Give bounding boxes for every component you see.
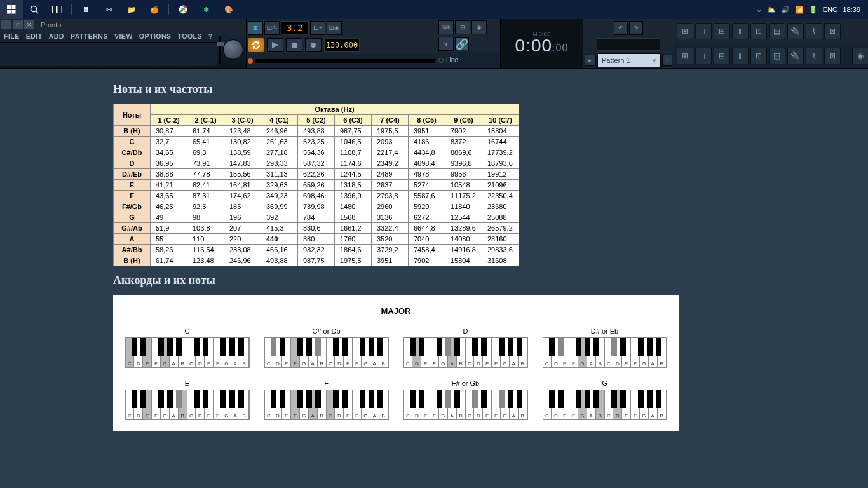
- song-mode-toggle[interactable]: ▸: [585, 55, 596, 66]
- chord-section-title: MAJOR: [125, 306, 667, 316]
- paint-icon[interactable]: 🎨: [217, 0, 240, 19]
- svg-marker-10: [272, 42, 278, 48]
- mixer-button[interactable]: ⫿: [732, 23, 749, 39]
- snap-button[interactable]: ↯: [438, 37, 454, 51]
- chrome-icon[interactable]: [172, 0, 194, 19]
- chord-label: C# or Db: [312, 327, 340, 335]
- rec-settings-button[interactable]: ◉: [852, 48, 868, 64]
- pianoroll-button[interactable]: ⊟: [714, 23, 730, 39]
- pattern-display[interactable]: 3.2: [281, 21, 309, 35]
- search-icon[interactable]: [23, 0, 46, 19]
- mail-icon[interactable]: ✉: [97, 0, 120, 19]
- close-all-button[interactable]: ⊠: [824, 23, 841, 39]
- time-display[interactable]: 0:00:00: [515, 36, 569, 56]
- add-pattern-button[interactable]: +: [662, 55, 672, 66]
- chord-label: E: [185, 379, 189, 387]
- link-button[interactable]: 🔗: [455, 37, 469, 50]
- chord-label: F: [324, 379, 329, 387]
- plugin2-button[interactable]: 🔌: [787, 48, 804, 64]
- chord-doreb: D# or EbCDEFGABCDEFGAB: [542, 327, 667, 368]
- task-view-icon[interactable]: [46, 0, 69, 19]
- frequency-table: НотыОктава (Hz)1 (C-2)2 (C-1)3 (C-0)4 (C…: [113, 104, 519, 266]
- heading-chords: Аккорды и их ноты: [113, 274, 858, 287]
- minimize-button[interactable]: —: [1, 20, 11, 29]
- channel-rack-button[interactable]: ▤: [769, 23, 785, 39]
- pattern-mode-button[interactable]: ⊞: [248, 21, 263, 35]
- record-button[interactable]: [305, 38, 322, 52]
- redo-button[interactable]: ↷: [629, 21, 643, 35]
- svg-rect-2: [7, 10, 11, 14]
- stop-button[interactable]: [286, 38, 302, 52]
- chord-cordb: C# or DbCDEFGABCDEFGAB: [264, 327, 389, 368]
- tool-a-button[interactable]: ⌇: [806, 48, 822, 64]
- start-button[interactable]: [0, 0, 23, 19]
- playlist-button[interactable]: ⊞: [677, 23, 693, 39]
- svg-rect-1: [12, 5, 16, 9]
- clock[interactable]: 18:39: [843, 6, 860, 13]
- language-indicator[interactable]: ENG: [823, 6, 838, 13]
- piano-diagram: CDEFGABCDEFGAB: [264, 337, 389, 368]
- weather-icon[interactable]: ⛅: [767, 6, 776, 14]
- maximize-button[interactable]: ◻: [13, 20, 23, 29]
- view-mixer-button[interactable]: ⫿: [732, 48, 749, 64]
- view-playlist-button[interactable]: ⊞: [677, 48, 693, 64]
- midi-button[interactable]: ◉: [471, 20, 487, 34]
- menu-view[interactable]: VIEW: [112, 30, 135, 42]
- chord-d: DCDEFGABCDEFGAB: [403, 327, 528, 368]
- play-button[interactable]: [267, 38, 283, 52]
- app-toolbar: — ◻ ✕ Pronto FILEEDITADDPATTERNSVIEWOPTI…: [0, 19, 868, 69]
- view-browser-button[interactable]: ⊡: [750, 48, 767, 64]
- menu-add[interactable]: ADD: [46, 30, 67, 42]
- fl-studio-icon[interactable]: 🍊: [143, 0, 166, 19]
- menu-tools[interactable]: TOOLS: [175, 30, 205, 42]
- piano-diagram: CDEFGABCDEFGAB: [125, 390, 250, 420]
- explorer-icon[interactable]: 📁: [120, 0, 143, 19]
- snap-label[interactable]: Line: [446, 57, 458, 64]
- pattern-selector[interactable]: Pattern 1▾: [597, 53, 661, 67]
- typing-keyboard-button[interactable]: ⌨: [438, 20, 454, 34]
- svg-rect-6: [53, 6, 57, 13]
- rec-indicator-icon: [248, 58, 253, 64]
- app-icon-1[interactable]: ✱: [194, 0, 217, 19]
- chord-label: D# or Eb: [591, 327, 618, 335]
- master-volume-knob[interactable]: [223, 39, 243, 60]
- piano-diagram: CDEFGABCDEFGAB: [403, 390, 528, 420]
- menu-patterns[interactable]: PATTERNS: [68, 30, 111, 42]
- master-pitch-slider[interactable]: [219, 36, 221, 64]
- metronome-button[interactable]: Ш◷: [264, 21, 280, 35]
- svg-rect-3: [12, 10, 16, 14]
- hint-bar: [0, 42, 217, 66]
- close-button[interactable]: ✕: [24, 20, 34, 29]
- plugin-button[interactable]: 🔌: [787, 23, 804, 39]
- view-pianoroll-button[interactable]: ⊟: [714, 48, 730, 64]
- volume-icon[interactable]: 🔊: [781, 6, 790, 14]
- svg-point-4: [31, 6, 37, 12]
- song-position-bar[interactable]: [255, 59, 435, 63]
- stepseq-button[interactable]: ⫼: [695, 23, 712, 39]
- piano-diagram: CDEFGABCDEFGAB: [125, 337, 250, 368]
- battery-icon[interactable]: 🔋: [809, 6, 818, 14]
- view-channel-button[interactable]: ▤: [769, 48, 785, 64]
- chord-g: GCDEFGABCDEFGAB: [542, 379, 667, 420]
- refresh-button[interactable]: [248, 38, 264, 52]
- piano-diagram: CDEFGABCDEFGAB: [543, 390, 667, 420]
- browser-button[interactable]: ⊡: [750, 23, 767, 39]
- menu-options[interactable]: OPTIONS: [137, 30, 174, 42]
- menu-edit[interactable]: EDIT: [24, 30, 45, 42]
- undo-button[interactable]: ↶: [614, 21, 628, 35]
- tray-chevron-icon[interactable]: ⌄: [756, 6, 762, 14]
- bpm-display[interactable]: 130.000: [324, 38, 360, 52]
- tempo-tap-button[interactable]: ⌇: [806, 23, 822, 39]
- chord-e: ECDEFGABCDEFGAB: [125, 379, 250, 420]
- menu-?[interactable]: ?: [206, 30, 215, 42]
- countdown-button[interactable]: Ш+: [310, 21, 325, 35]
- content-area[interactable]: Ноты и их частоты НотыОктава (Hz)1 (C-2)…: [0, 69, 858, 488]
- wifi-icon[interactable]: 📶: [795, 6, 804, 14]
- tool-b-button[interactable]: ⊠: [824, 48, 841, 64]
- loop-rec-button[interactable]: Ш◉: [327, 21, 342, 35]
- menu-file[interactable]: FILE: [1, 30, 22, 42]
- visualizer: [597, 38, 660, 51]
- view-stepseq-button[interactable]: ⫼: [695, 48, 712, 64]
- calculator-icon[interactable]: 🖩: [74, 0, 97, 19]
- step-edit-button[interactable]: ⊟: [455, 20, 470, 34]
